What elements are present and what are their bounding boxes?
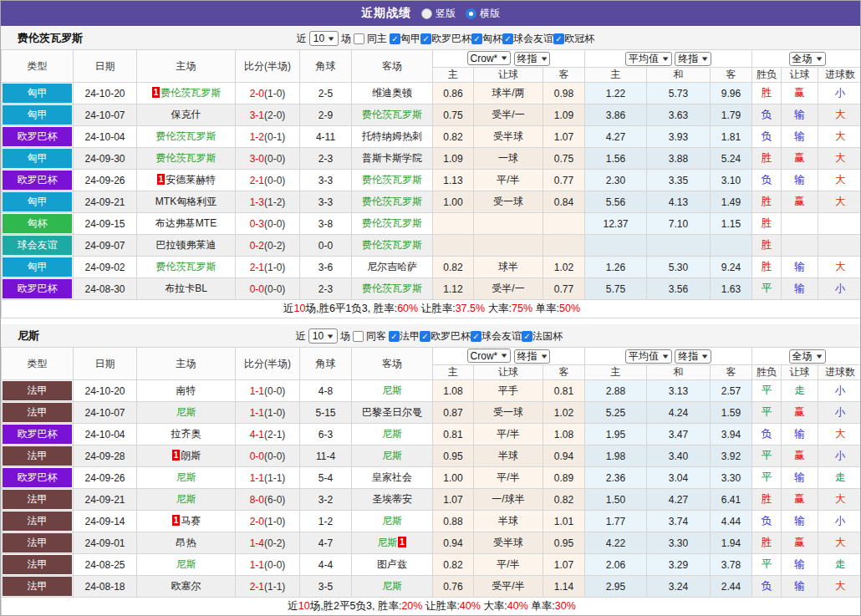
away-team-cell: 尼斯	[352, 511, 433, 532]
league-tag: 球会友谊	[3, 236, 72, 255]
crow-provider-select[interactable]: Crow*▼	[467, 349, 512, 363]
home-team: 尼斯	[176, 558, 196, 570]
league-filter-checkbox[interactable]: ✓	[471, 331, 481, 342]
avg-away-odds: 3.10	[711, 170, 752, 191]
summary-segment: 20%	[401, 600, 422, 612]
team-label: 尼斯	[382, 580, 402, 592]
score-cell: 2-0(1-0)	[236, 511, 300, 532]
league-filter-checkbox[interactable]: ✓	[420, 33, 431, 44]
crow-home-odds: 1.07	[433, 489, 474, 511]
near-count-select[interactable]: 10▼	[308, 328, 338, 344]
crow-ref-select[interactable]: 终指▼	[514, 52, 551, 66]
summary-line: 近10场,胜2平5负3, 胜率:20% 让胜率:40% 大率:40% 单率:30…	[2, 598, 861, 616]
league-filter-checkbox[interactable]: ✓	[553, 33, 564, 44]
layout-horizontal-radio[interactable]	[466, 8, 476, 19]
full-time-score: 0-3	[250, 218, 264, 230]
summary-segment: 30%	[555, 600, 576, 612]
home-team-cell: 1费伦茨瓦罗斯	[137, 83, 236, 104]
full-time-score: 8-0	[250, 494, 264, 506]
league-filter-label: 欧罗巴杯	[430, 329, 471, 344]
sub-header-crow-handicap: 让球	[474, 365, 543, 380]
col-header-away: 客场	[352, 50, 433, 83]
half-time-score: (0-0)	[264, 451, 285, 462]
crow-handicap: 平/半	[474, 170, 543, 191]
league-filter-checkbox[interactable]: ✓	[390, 33, 400, 44]
result-outcome: 胜	[752, 213, 782, 235]
layout-vertical-option[interactable]: 竖版	[421, 7, 456, 21]
chevron-down-icon: ▼	[814, 353, 823, 360]
first-team-badge: 1	[172, 450, 181, 461]
corners-cell: 3-3	[300, 170, 352, 191]
crow-home-odds: 1.08	[433, 380, 474, 402]
avg-home-odds: 1.77	[585, 511, 647, 532]
team-label: 费伦茨瓦罗斯	[362, 239, 422, 251]
score-cell: 0-0(0-0)	[236, 278, 300, 300]
same-venue-checkbox[interactable]	[353, 331, 364, 342]
result-goals: 大	[818, 424, 861, 445]
league-type-cell: 匈甲	[2, 148, 74, 170]
crow-provider-select[interactable]: Crow*▼	[467, 51, 512, 65]
scope-select[interactable]: 全场▼	[789, 349, 826, 364]
half-time-score: (1-0)	[264, 88, 285, 99]
away-team-cell: 费伦茨瓦罗斯	[352, 278, 433, 300]
half-time-score: (1-2)	[264, 196, 285, 208]
score-cell: 0-3(0-0)	[236, 213, 300, 235]
away-team: 尼斯	[382, 428, 402, 440]
layout-horizontal-option[interactable]: 横版	[466, 7, 500, 21]
home-team-cell: 巴拉顿弗莱迪	[137, 235, 236, 257]
avg-home-odds: 1.56	[585, 148, 647, 170]
filters-bar: 近 10▼ 场 同主 ✓匈甲✓欧罗巴杯✓匈杯✓球会友谊✓欧冠杯	[297, 27, 594, 50]
match-date: 24-09-21	[74, 191, 137, 213]
home-team-cell: 尼斯	[137, 489, 236, 511]
avg-ref-select[interactable]: 终指▼	[675, 52, 711, 66]
home-team: 欧塞尔	[171, 580, 201, 592]
avg-away-odds: 2.44	[711, 576, 752, 598]
home-team-cell: 尼斯	[137, 467, 236, 489]
away-team: 圣埃蒂安	[372, 493, 412, 505]
crow-ref-select[interactable]: 终指▼	[514, 349, 551, 364]
league-filter-label: 欧冠杯	[564, 32, 594, 46]
result-goals	[818, 235, 861, 257]
away-team-cell: 尼斯	[352, 576, 433, 598]
first-team-badge: 1	[172, 515, 181, 526]
league-filter-checkbox[interactable]: ✓	[471, 33, 482, 44]
away-team: 托特纳姆热刺	[362, 130, 422, 142]
crow-away-odds: 0.82	[543, 489, 585, 511]
layout-vertical-radio[interactable]	[421, 8, 432, 19]
home-team: 费伦茨瓦罗斯	[156, 130, 217, 142]
result-outcome: 胜	[752, 235, 782, 257]
league-filter-checkbox[interactable]: ✓	[522, 331, 532, 342]
league-filter-checkbox[interactable]: ✓	[502, 33, 513, 44]
avg-ref-select[interactable]: 终指▼	[675, 349, 711, 364]
league-type-cell: 法甲	[2, 554, 74, 576]
match-date: 24-09-26	[74, 170, 137, 191]
result-outcome: 平	[752, 467, 782, 489]
home-team-cell: 1安德莱赫特	[137, 170, 236, 191]
team-label: 巴黎圣日尔曼	[362, 406, 422, 418]
near-count-select[interactable]: 10▼	[309, 31, 339, 46]
league-filter-checkbox[interactable]: ✓	[389, 331, 400, 342]
team-label: 尼斯	[176, 493, 196, 505]
same-venue-checkbox[interactable]	[354, 33, 364, 44]
avg-provider-select[interactable]: 平均值▼	[625, 52, 672, 66]
result-outcome: 胜	[752, 532, 782, 554]
sub-header-avg-home: 主	[585, 365, 647, 380]
summary-segment: 近	[288, 600, 298, 612]
avg-away-odds: 3.94	[711, 424, 752, 445]
team-label: 安德莱赫特	[166, 174, 216, 186]
full-time-score: 1-1	[250, 407, 264, 419]
avg-provider-select[interactable]: 平均值▼	[625, 349, 672, 364]
crow-handicap: 受一球	[474, 191, 543, 213]
sub-header-avg-draw: 和	[647, 68, 711, 83]
league-type-cell: 法甲	[2, 576, 74, 598]
team-label: 费伦茨瓦罗斯	[160, 87, 221, 99]
sub-header-outcome: 胜负	[752, 68, 782, 83]
home-team-cell: 尼斯	[137, 402, 236, 424]
league-type-cell: 匈杯	[2, 213, 74, 235]
scope-select[interactable]: 全场▼	[789, 52, 826, 66]
league-type-cell: 欧罗巴杯	[2, 126, 74, 148]
result-handicap: 输	[782, 126, 818, 148]
league-type-cell: 法甲	[2, 511, 74, 532]
result-handicap: 赢	[782, 83, 818, 104]
league-filter-checkbox[interactable]: ✓	[420, 331, 430, 342]
